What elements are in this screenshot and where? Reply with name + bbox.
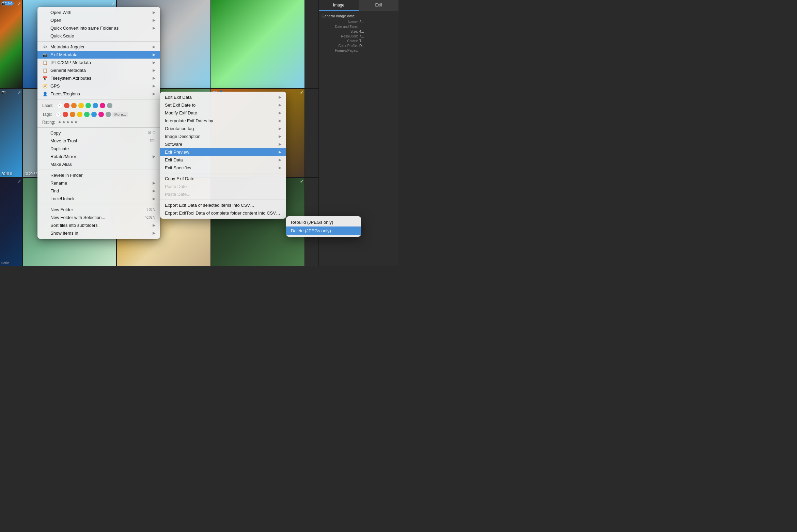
tag-dot-red[interactable] xyxy=(63,112,68,117)
tag-dot-green[interactable] xyxy=(84,112,90,117)
label-dot-clear[interactable] xyxy=(57,103,62,108)
submenu-item-label: Export Exif Data of selected items into … xyxy=(165,203,281,208)
submenu-item-label: Exif Data xyxy=(165,157,279,162)
submenu-edit-exif[interactable]: Edit Exif Data ▶ xyxy=(160,93,286,101)
arrow-icon: ▶ xyxy=(153,154,155,159)
submenu-item-label: Software xyxy=(165,142,279,147)
arrow-icon: ▶ xyxy=(153,189,155,193)
section-title: General image data: xyxy=(322,14,396,18)
rebuild-jpegs-item[interactable]: Rebuild (JPEGs only) xyxy=(286,218,361,226)
label-dot-green[interactable] xyxy=(85,103,91,108)
filesystem-icon: 📅 xyxy=(42,76,48,81)
menu-item-iptc[interactable]: 📋 IPTC/XMP Metadata ▶ xyxy=(37,59,160,66)
submenu-interpolate[interactable]: Interpolate Exif Dates by ▶ xyxy=(160,117,286,125)
rebuild-jpegs-label: Rebuild (JPEGs only) xyxy=(291,220,356,225)
tag-dot-yellow[interactable] xyxy=(77,112,82,117)
rating-dot-2[interactable] xyxy=(63,121,65,123)
submenu-item-label: Paste Date... xyxy=(165,192,281,197)
tag-dot-blue[interactable] xyxy=(91,112,97,117)
menu-item-rotate[interactable]: Rotate/Mirror ▶ xyxy=(37,153,160,160)
photo-cell[interactable]: 2018-0 ⤢ 📷 xyxy=(0,0,22,88)
menu-item-copy[interactable]: Copy ⌘ C xyxy=(37,129,160,137)
tag-dot-clear[interactable] xyxy=(56,112,61,117)
label-dot-blue[interactable] xyxy=(93,103,98,108)
submenu-modify-exif-date[interactable]: Modify Exif Date ▶ xyxy=(160,109,286,117)
menu-item-find[interactable]: Find ▶ xyxy=(37,187,160,195)
tags-more-button[interactable]: More... xyxy=(112,112,128,117)
menu-item-gps[interactable]: 🧭 GPS ▶ xyxy=(37,82,160,90)
submenu-item-label: Edit Exif Data xyxy=(165,95,279,100)
panel-content: General image data: Name: 2... Date and … xyxy=(319,11,398,56)
tag-dot-orange[interactable] xyxy=(70,112,75,117)
label-dot-red[interactable] xyxy=(64,103,69,108)
rating-dot-3[interactable] xyxy=(67,121,69,123)
arrow-icon: ▶ xyxy=(153,197,155,201)
menu-item-label: Exif Metadata xyxy=(50,52,151,57)
separator xyxy=(160,173,286,173)
menu-item-open-with[interactable]: Open With ▶ xyxy=(37,9,160,16)
tags-dots xyxy=(56,112,111,117)
submenu-copy-exif-date[interactable]: Copy Exif Date xyxy=(160,175,286,183)
submenu-image-description[interactable]: Image Description ▶ xyxy=(160,132,286,140)
rating-row: Rating: xyxy=(37,119,160,126)
tab-exif[interactable]: Exif xyxy=(359,0,398,11)
menu-item-make-alias[interactable]: Make Alias xyxy=(37,160,160,168)
rating-dot-4[interactable] xyxy=(71,121,73,123)
submenu-exif-data[interactable]: Exif Data ▶ xyxy=(160,156,286,164)
fullscreen-icon: ⤢ xyxy=(112,1,115,6)
menu-item-quick-scale[interactable]: Quick Scale xyxy=(37,32,160,40)
fullscreen-icon: ⤢ xyxy=(18,1,21,6)
menu-item-open[interactable]: Open ▶ xyxy=(37,16,160,24)
label-dot-gray[interactable] xyxy=(107,103,112,108)
label-dots xyxy=(57,103,112,108)
menu-item-show-items[interactable]: Show Items in ▶ xyxy=(37,229,160,237)
tag-dot-gray[interactable] xyxy=(106,112,111,117)
arrow-icon: ▶ xyxy=(153,231,155,235)
submenu-software[interactable]: Software ▶ xyxy=(160,140,286,148)
submenu-export-exif-csv[interactable]: Export Exif Data of selected items into … xyxy=(160,201,286,209)
field-key: Resolution: xyxy=(322,34,358,38)
label-dot-pink[interactable] xyxy=(100,103,105,108)
submenu-export-exiftool-csv[interactable]: Export ExifTool Data of complete folder … xyxy=(160,209,286,217)
label-dot-orange[interactable] xyxy=(71,103,77,108)
menu-item-move-to-trash[interactable]: Move to Trash ⌦ xyxy=(37,137,160,145)
tab-image[interactable]: Image xyxy=(319,0,359,11)
tag-dot-pink[interactable] xyxy=(98,112,104,117)
photo-cell[interactable] xyxy=(211,0,304,88)
menu-item-label: Reveal in Finder xyxy=(50,173,155,178)
photo-cell[interactable]: ⤢ Berlin xyxy=(0,178,22,266)
menu-item-quick-convert[interactable]: Quick Convert into same Folder as ▶ xyxy=(37,24,160,32)
rating-dot-5[interactable] xyxy=(75,121,77,123)
menu-item-exif-metadata[interactable]: 📷 Exif Metadata ▶ Edit Exif Data ▶ Set E… xyxy=(37,51,160,59)
menu-item-reveal-finder[interactable]: Reveal in Finder xyxy=(37,171,160,179)
photo-cell[interactable]: 📷 ⤢ 2018-0 xyxy=(0,89,22,177)
arrow-icon: ▶ xyxy=(279,95,281,99)
menu-item-metadata-juggler[interactable]: ⚙ Metadata Juggler ▶ xyxy=(37,43,160,51)
separator xyxy=(160,200,286,200)
camera-icon: 📷 xyxy=(1,1,5,5)
menu-item-new-folder-selection[interactable]: New Folder with Selection... ⌥⌘N xyxy=(37,214,160,221)
submenu-set-exif-date[interactable]: Set Exif Date to ▶ xyxy=(160,101,286,109)
submenu-exif-preview-menu: Rebuild (JPEGs only) Delete (JPEGs only) xyxy=(286,216,361,237)
photo-label: Berlin xyxy=(1,261,9,265)
menu-item-duplicate[interactable]: Duplicate xyxy=(37,145,160,153)
rating-dot-1[interactable] xyxy=(59,121,61,123)
menu-item-faces[interactable]: 👤 Faces/Regions ▶ xyxy=(37,90,160,98)
menu-item-sort-subfolders[interactable]: Sort files into subfolders ▶ xyxy=(37,221,160,229)
submenu-orientation[interactable]: Orientation tag ▶ xyxy=(160,125,286,132)
panel-field: Name: 2... xyxy=(322,20,396,24)
menu-item-filesystem[interactable]: 📅 Filesystem Attributes ▶ xyxy=(37,74,160,82)
menu-item-new-folder[interactable]: New Folder ⇧⌘N xyxy=(37,206,160,214)
field-value: T... xyxy=(359,39,396,43)
submenu-item-label: Paste Date xyxy=(165,184,281,189)
label-dot-yellow[interactable] xyxy=(78,103,84,108)
menu-item-lock-unlock[interactable]: Lock/Unlock ▶ xyxy=(37,195,160,203)
submenu-exif-specifics[interactable]: Exif Specifics ▶ xyxy=(160,164,286,172)
submenu-exif-preview[interactable]: Exif Preview ▶ Rebuild (JPEGs only) Dele… xyxy=(160,148,286,156)
arrow-icon: ▶ xyxy=(279,111,281,115)
menu-item-label: General Metadata xyxy=(50,68,151,73)
delete-jpegs-item[interactable]: Delete (JPEGs only) xyxy=(286,226,361,235)
menu-item-rename[interactable]: Rename ▶ xyxy=(37,179,160,187)
menu-item-general-metadata[interactable]: 📋 General Metadata ▶ xyxy=(37,66,160,74)
tags-text: Tags: xyxy=(42,112,52,117)
